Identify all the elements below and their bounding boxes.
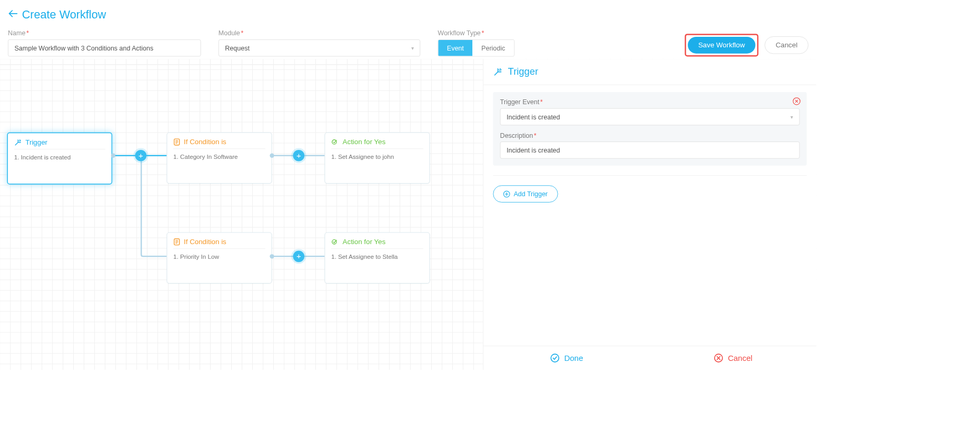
required-asterisk: *	[26, 29, 29, 37]
name-field-group: Name*	[8, 29, 201, 57]
cancel-button[interactable]: Cancel	[765, 36, 808, 54]
node-port[interactable]	[270, 154, 274, 158]
page-title: Create Workflow	[22, 8, 106, 22]
trigger-event-select[interactable]: Incident is created ▾	[500, 108, 800, 125]
workflow-type-label: Workflow Type	[438, 29, 480, 37]
cancel-label: Cancel	[728, 354, 753, 362]
chevron-down-icon: ▾	[790, 114, 793, 120]
workflow-type-group: Workflow Type* Event Periodic	[438, 29, 514, 57]
required-asterisk: *	[540, 98, 543, 106]
module-field-group: Module* Request ▾	[219, 29, 420, 57]
add-branch-button[interactable]: +	[293, 150, 304, 162]
chevron-down-icon: ▾	[411, 45, 414, 51]
action-node-1-title: Action for Yes	[343, 138, 386, 146]
node-port[interactable]	[111, 154, 115, 158]
action-node-2-title: Action for Yes	[343, 238, 386, 246]
trigger-node[interactable]: Trigger 1. Incident is created	[7, 133, 112, 185]
remove-trigger-button[interactable]	[793, 97, 800, 107]
action-node-2[interactable]: Action for Yes 1. Set Assignee to Stella	[324, 232, 430, 283]
action-node-2-item: 1. Set Assignee to Stella	[331, 253, 423, 261]
save-workflow-button[interactable]: Save Workflow	[688, 37, 756, 54]
panel-cancel-button[interactable]: Cancel	[650, 346, 816, 370]
condition-node-1[interactable]: If Condition is 1. Category In Software	[167, 133, 272, 184]
header-bar: Create Workflow Name* Module* Request ▾ …	[0, 0, 816, 65]
check-circle-icon	[550, 353, 560, 362]
action-node-1-item: 1. Set Assignee to john	[331, 153, 423, 162]
trigger-field-block: Trigger Event* Incident is created ▾ Des…	[493, 92, 807, 166]
panel-divider	[493, 175, 807, 176]
action-icon	[331, 138, 339, 146]
name-label: Name	[8, 29, 25, 37]
required-asterisk: *	[481, 29, 484, 37]
plus-circle-icon	[503, 190, 510, 197]
back-arrow-icon[interactable]	[8, 9, 17, 19]
condition-node-2-item: 1. Priority In Low	[173, 253, 265, 261]
trigger-event-value: Incident is created	[507, 113, 560, 120]
trigger-node-title: Trigger	[25, 138, 47, 146]
module-value: Request	[225, 44, 250, 52]
module-label: Module	[219, 29, 240, 37]
trigger-event-label: Trigger Event	[500, 98, 540, 106]
condition-node-1-item: 1. Category In Software	[173, 153, 265, 162]
node-port[interactable]	[270, 254, 274, 258]
trigger-panel-icon	[493, 67, 502, 76]
trigger-side-panel: Trigger Trigger Event* Incident is creat…	[483, 59, 816, 370]
type-event-button[interactable]: Event	[438, 40, 472, 56]
trigger-node-item: 1. Incident is created	[14, 153, 105, 162]
condition-node-2-title: If Condition is	[184, 238, 226, 246]
add-branch-button[interactable]: +	[135, 150, 147, 162]
done-label: Done	[564, 354, 583, 362]
module-select[interactable]: Request ▾	[219, 39, 420, 56]
required-asterisk: *	[534, 132, 537, 139]
action-icon	[331, 238, 339, 246]
panel-title: Trigger	[508, 66, 538, 78]
type-periodic-button[interactable]: Periodic	[472, 40, 513, 56]
required-asterisk: *	[241, 29, 243, 37]
action-node-1[interactable]: Action for Yes 1. Set Assignee to john	[324, 133, 430, 184]
svg-point-12	[551, 354, 559, 362]
add-trigger-label: Add Trigger	[513, 190, 548, 198]
panel-done-button[interactable]: Done	[483, 346, 650, 370]
workflow-type-toggle: Event Periodic	[438, 39, 514, 56]
add-branch-button[interactable]: +	[293, 250, 304, 262]
condition-node-2[interactable]: If Condition is 1. Priority In Low	[167, 232, 272, 283]
condition-node-1-title: If Condition is	[184, 138, 226, 146]
svg-point-4	[332, 140, 336, 144]
add-trigger-button[interactable]: Add Trigger	[493, 185, 558, 202]
trigger-icon	[14, 138, 22, 146]
description-input[interactable]	[500, 142, 800, 158]
name-input[interactable]	[8, 39, 201, 56]
svg-point-9	[332, 240, 336, 244]
save-highlight-box: Save Workflow	[685, 34, 758, 56]
description-label: Description	[500, 132, 533, 139]
close-circle-icon	[714, 353, 723, 362]
condition-icon	[173, 138, 180, 146]
condition-icon	[173, 238, 180, 246]
